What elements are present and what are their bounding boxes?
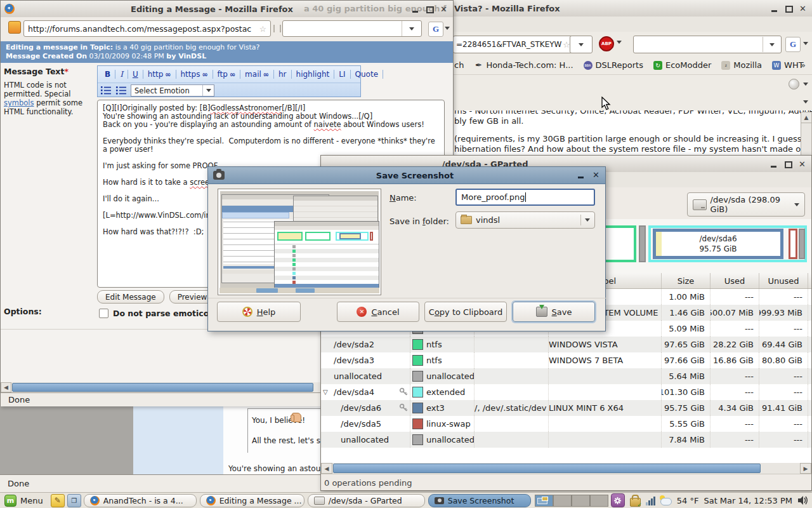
temperature-text[interactable]: 54 °F [677,496,699,505]
bbcode-button-i[interactable]: I [115,70,128,79]
horizontal-scrollbar[interactable]: ◀ ▶ [321,463,811,474]
bookmark-wht[interactable]: WWHT [772,60,804,70]
cancel-button[interactable]: ✕ Cancel [337,302,419,322]
notes-launcher-icon[interactable]: ✎ [51,494,65,507]
ordered-list-icon[interactable]: 1 [100,86,112,95]
close-button[interactable]: ✕ [799,4,807,13]
partition-box-unallocated-2[interactable] [799,229,805,259]
volume-speaker-icon[interactable] [797,495,809,505]
scroll-up-arrow[interactable]: ▲ [801,112,811,123]
partition-row--dev-sda3[interactable]: /dev/sda3ntfsWINDOWS 7 BETA97.66 GiB16.8… [321,352,811,368]
bbcode-button-mail[interactable]: mail∞ [240,70,274,79]
save-button[interactable]: Save [513,302,595,322]
close-button[interactable]: ✕ [798,160,806,168]
column-header-unused[interactable]: Unused [759,273,808,288]
scrollbar-thumb[interactable] [333,464,761,473]
minimize-button[interactable] [577,171,586,179]
bbcode-button-quote[interactable]: Quote [351,70,383,79]
workspace-3[interactable] [572,495,590,507]
minimize-button[interactable] [412,5,420,13]
search-dropdown-arrow[interactable] [402,21,421,36]
device-selector-combo[interactable]: /dev/sda (298.09 GiB) [687,192,805,217]
bbcode-button-highlight[interactable]: highlight [292,70,335,79]
workspace-1[interactable] [535,495,553,507]
bbcode-button-ftp[interactable]: ftp∞ [213,70,241,79]
minimize-button[interactable] [770,160,778,168]
editor-button-edit-message[interactable]: Edit Message [97,290,164,304]
search-engine-dropdown[interactable] [445,27,450,30]
toolbar-dropdown-arrow-2[interactable] [803,100,808,104]
filename-input[interactable]: More_proof.png [455,189,595,206]
clock-text[interactable]: Sat Mar 14, 12:53 PM [704,496,792,505]
adblock-dropdown-arrow[interactable] [617,41,622,44]
partition-row--dev-sda4[interactable]: ▽/dev/sda4extended101.30 GiB------ [321,384,811,400]
workspace-switcher[interactable] [535,495,608,507]
expander-icon[interactable]: ▽ [323,389,328,396]
network-signal-icon[interactable] [646,496,655,505]
taskbar-item-anandtech-is-a-4-[interactable]: AnandTech - is a 4... [84,494,197,507]
partition-row-unallocated[interactable]: unallocatedunallocated5.64 MiB------ [321,368,811,384]
bookmark-ecomodder[interactable]: ↻EcoModder [653,60,711,70]
editor-titlebar[interactable]: Editing a Message - Mozilla Firefox a 40… [1,1,453,18]
url-history-dropdown[interactable] [570,36,593,53]
search-dropdown-arrow[interactable] [763,37,781,52]
scroll-left-arrow[interactable]: ◀ [321,463,332,474]
bbcode-button-li[interactable]: LI [334,70,350,79]
partition-row--dev-sda5[interactable]: /dev/sda5linux-swap5.55 GiB------ [321,416,811,432]
toolbar-dropdown-arrow[interactable] [803,83,808,86]
lock-keyring-icon[interactable] [630,498,641,507]
close-button[interactable]: ✕ [440,5,448,13]
maximize-button[interactable] [785,4,793,13]
do-not-parse-emoticons-checkbox[interactable] [99,309,108,318]
weather-cloud-icon[interactable] [660,498,672,505]
dialog-titlebar[interactable]: Save Screenshot ✕ [208,167,605,184]
emotion-dropdown-arrow[interactable] [202,85,214,96]
partition-row--dev-sda6[interactable]: /dev/sda6ext3/, /dev/.static/devLINUX MI… [321,400,811,416]
folder-selector-combo[interactable]: vindsl [455,211,595,229]
search-engine-dropdown[interactable] [803,42,808,45]
bookmark-mozilla[interactable]: zMozilla [721,60,762,70]
workspace-4[interactable] [590,495,608,507]
google-search-icon[interactable]: G [428,22,443,37]
url-input[interactable]: http://forums.anandtech.com/messagepost.… [23,20,271,37]
scrollbar-thumb[interactable] [12,383,313,392]
taskbar-item-save-screenshot[interactable]: Save Screenshot [428,494,531,507]
partition-row--dev-sda2[interactable]: /dev/sda2ntfsWINDOWS VISTA97.65 GiB28.22… [321,337,811,352]
taskbar-item-editing-a-message-[interactable]: Editing a Message ... [200,494,304,507]
mint-menu-button[interactable]: m Menu [2,493,48,508]
bbcode-button-http[interactable]: http∞ [143,70,176,79]
bbcode-button-hr[interactable]: hr [274,70,292,79]
maximize-button[interactable] [784,160,792,168]
bookmark-star-icon[interactable]: ☆ [259,24,266,34]
select-emotion-dropdown[interactable]: Select Emotion [131,84,214,97]
bookmark-dslreports[interactable]: BBRDSLReports [584,60,643,70]
workspace-2[interactable] [553,495,572,507]
minimize-button[interactable] [771,4,779,13]
close-button[interactable]: ✕ [592,171,600,179]
copy-to-clipboard-button[interactable]: Copy to Clipboard [424,302,507,322]
search-input[interactable] [282,20,422,37]
partition-box-sda6[interactable]: /dev/sda6 95.75 GiB [653,229,783,259]
scroll-right-arrow[interactable]: ▶ [800,463,811,474]
scroll-left-arrow[interactable]: ◀ [1,382,11,392]
taskbar-item--dev-sda-gparted[interactable]: /dev/sda - GParted [308,494,425,507]
column-header-used[interactable]: Used [710,273,759,288]
partition-box-unallocated[interactable] [639,225,646,262]
bbcode-button-https[interactable]: https∞ [176,70,213,79]
show-desktop-icon[interactable]: ❐ [67,494,81,507]
column-header-size[interactable]: Size [662,273,710,288]
google-search-icon[interactable]: G [785,37,801,52]
bookmark-honda-tech-com-h-[interactable]: ✒Honda-Tech.com: H... [474,60,573,70]
url-input[interactable]: =2284651&FTVAR_STKEYW ☆ [453,36,573,53]
partition-box-sda5[interactable] [789,229,797,259]
bookmarks-overflow-chevron[interactable]: » [801,60,806,70]
toolbar-splitter-handle[interactable] [273,25,281,32]
bbcode-button-u[interactable]: U [128,70,143,79]
help-button[interactable]: Help [217,302,301,322]
partition-row-unallocated[interactable]: unallocatedunallocated7.84 MiB------ [321,432,811,448]
bullet-list-icon[interactable] [115,86,127,95]
search-input[interactable] [633,36,782,53]
symbols-link[interactable]: symbols [4,98,34,107]
bbcode-button-b[interactable]: B [100,70,115,79]
update-manager-icon[interactable] [611,493,625,507]
